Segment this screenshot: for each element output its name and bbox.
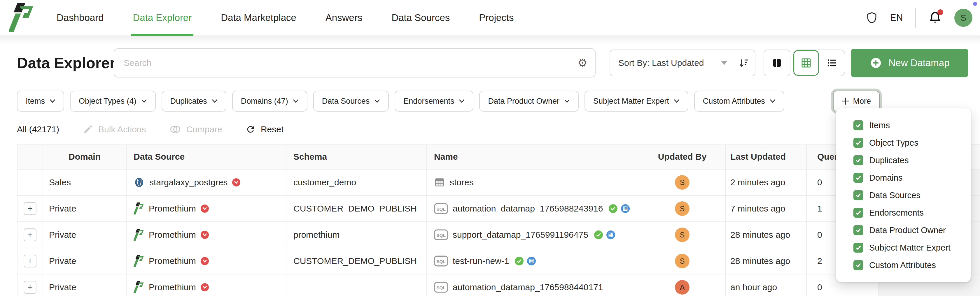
status-badge-red — [200, 204, 209, 213]
nav-item-data-sources[interactable]: Data Sources — [391, 0, 450, 36]
name-cell[interactable]: SQL automation_datamap_1765988440171 — [427, 274, 640, 296]
filter-chip-subject-matter-expert[interactable]: Subject Matter Expert — [584, 90, 688, 112]
filter-chips-row: Items Object Types (4) Duplicates Domain… — [0, 90, 980, 112]
schema-cell: CUSTOMER_DEMO_PUBLISH — [286, 196, 427, 222]
expand-row-button[interactable]: + — [24, 255, 37, 268]
item-name: support_datamap_1765991196475 — [453, 230, 588, 240]
nav-item-dashboard[interactable]: Dashboard — [57, 0, 103, 36]
menu-item-label: Subject Matter Expert — [869, 243, 951, 253]
name-cell[interactable]: SQL support_datamap_1765991196475 — [427, 222, 640, 248]
menu-item-duplicates[interactable]: Duplicates — [836, 152, 970, 169]
nav-item-projects[interactable]: Projects — [479, 0, 514, 36]
svg-text:SQL: SQL — [436, 259, 445, 264]
filter-chip-domains[interactable]: Domains (47) — [232, 90, 307, 112]
compare-button[interactable]: Compare — [169, 124, 222, 135]
columns-layout-button[interactable] — [764, 49, 791, 76]
reset-button[interactable]: Reset — [246, 124, 283, 134]
user-avatar: S — [675, 201, 689, 216]
domain-cell: Private — [43, 248, 127, 274]
sort-order-icon[interactable] — [738, 57, 749, 68]
divider — [915, 8, 916, 28]
chevron-down-icon — [374, 99, 380, 103]
menu-item-custom-attributes[interactable]: Custom Attributes — [836, 256, 970, 274]
data-source-cell[interactable]: Promethium — [127, 274, 286, 296]
new-datamap-button[interactable]: New Datamap — [851, 49, 968, 77]
domain-cell: Private — [43, 274, 127, 296]
list-view-button[interactable] — [819, 50, 845, 76]
user-avatar: S — [675, 175, 689, 190]
filter-chip-data-product-owner[interactable]: Data Product Owner — [479, 90, 579, 112]
expand-row-button[interactable]: + — [24, 228, 37, 241]
data-source-cell[interactable]: Promethium — [127, 248, 286, 274]
postgres-icon — [134, 177, 145, 188]
promethium-icon — [134, 281, 144, 293]
name-cell[interactable]: SQL automation_datamap_1765988243916 — [427, 196, 640, 222]
checkbox-checked-icon[interactable] — [853, 120, 863, 130]
menu-item-subject-matter-expert[interactable]: Subject Matter Expert — [836, 239, 970, 256]
nav-item-data-marketplace[interactable]: Data Marketplace — [221, 0, 296, 36]
checkbox-checked-icon[interactable] — [853, 190, 863, 200]
checkbox-checked-icon[interactable] — [853, 243, 863, 253]
checkbox-checked-icon[interactable] — [853, 225, 863, 235]
chip-label: Subject Matter Expert — [593, 97, 669, 106]
chip-label: Data Product Owner — [488, 97, 559, 106]
checkbox-checked-icon[interactable] — [853, 260, 863, 270]
name-cell[interactable]: stores — [427, 169, 640, 196]
data-source-cell[interactable]: Promethium — [127, 196, 286, 222]
grid-view-button[interactable] — [793, 50, 819, 76]
table-row-expand-cell — [18, 169, 43, 196]
grid-badge — [621, 204, 630, 213]
user-avatar[interactable]: S — [955, 9, 972, 27]
language-selector[interactable]: EN — [890, 13, 903, 23]
filter-chip-custom-attributes[interactable]: Custom Attributes — [694, 90, 784, 112]
expand-row-button[interactable]: + — [24, 281, 37, 294]
bulk-actions-label: Bulk Actions — [98, 124, 146, 134]
menu-item-domains[interactable]: Domains — [836, 169, 970, 187]
menu-item-endorsements[interactable]: Endorsements — [836, 204, 970, 222]
filter-chip-items[interactable]: Items — [17, 90, 64, 112]
checkbox-checked-icon[interactable] — [853, 173, 863, 183]
data-source-name: Promethium — [149, 204, 196, 214]
search-settings-gear-icon[interactable]: ⚙ — [578, 57, 587, 68]
header-updated-by: Updated By — [640, 144, 725, 169]
filter-chip-object-types[interactable]: Object Types (4) — [70, 90, 156, 112]
search-input[interactable] — [114, 48, 596, 78]
last-updated-cell: 2 minutes ago — [725, 169, 807, 196]
pencil-icon — [83, 124, 93, 135]
status-badge-red — [232, 178, 240, 187]
verified-badge — [594, 230, 603, 239]
sort-by-dropdown[interactable]: Sort By: Last Updated — [609, 49, 756, 76]
checkbox-checked-icon[interactable] — [853, 138, 863, 148]
filter-chip-duplicates[interactable]: Duplicates — [162, 90, 226, 112]
filter-chip-data-sources[interactable]: Data Sources — [313, 90, 389, 112]
notifications-bell-icon[interactable] — [928, 11, 942, 25]
status-badge-red — [200, 231, 209, 239]
bulk-actions-button[interactable]: Bulk Actions — [83, 124, 146, 135]
checkbox-checked-icon[interactable] — [853, 155, 863, 165]
menu-item-data-sources[interactable]: Data Sources — [836, 187, 970, 204]
domain-cell: Sales — [43, 169, 127, 196]
name-cell[interactable]: SQL test-run-new-1 — [427, 248, 640, 274]
header-last-updated: Last Updated — [725, 144, 807, 169]
data-source-cell[interactable]: Promethium — [127, 222, 286, 248]
grid-badge — [527, 256, 536, 265]
list-view-icon — [826, 57, 838, 69]
menu-item-data-product-owner[interactable]: Data Product Owner — [836, 222, 970, 239]
corner-notification-dot — [973, 2, 977, 6]
promethium-logo-icon[interactable] — [9, 3, 34, 32]
menu-item-object-types[interactable]: Object Types — [836, 134, 970, 152]
plus-icon — [842, 97, 850, 105]
expand-row-button[interactable]: + — [24, 202, 37, 215]
header-name: Name — [427, 144, 640, 169]
svg-text:SQL: SQL — [436, 207, 445, 212]
grid-view-icon — [800, 57, 812, 69]
menu-item-items[interactable]: Items — [836, 117, 970, 134]
nav-item-data-explorer[interactable]: Data Explorer — [133, 0, 192, 36]
data-source-cell[interactable]: stargalaxy_postgres — [127, 169, 286, 196]
filter-chip-endorsements[interactable]: Endorsements — [395, 90, 473, 112]
nav-item-answers[interactable]: Answers — [326, 0, 363, 36]
name-badges — [515, 256, 536, 265]
shield-icon[interactable] — [865, 11, 878, 25]
checkbox-checked-icon[interactable] — [853, 208, 863, 218]
item-name: test-run-new-1 — [453, 256, 509, 266]
